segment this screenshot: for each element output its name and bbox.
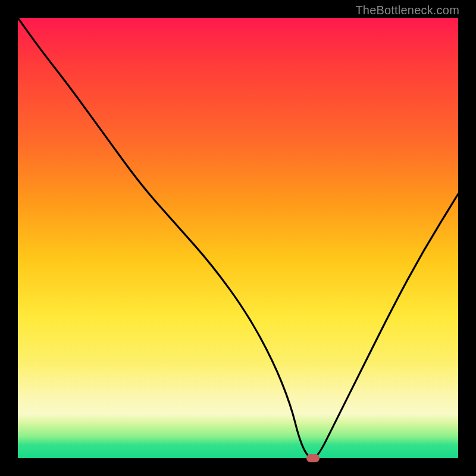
watermark-text: TheBottleneck.com <box>355 4 459 17</box>
bottleneck-curve <box>18 18 458 458</box>
plot-area <box>18 18 458 458</box>
chart-frame: TheBottleneck.com <box>0 0 476 476</box>
optimal-marker <box>306 454 320 462</box>
